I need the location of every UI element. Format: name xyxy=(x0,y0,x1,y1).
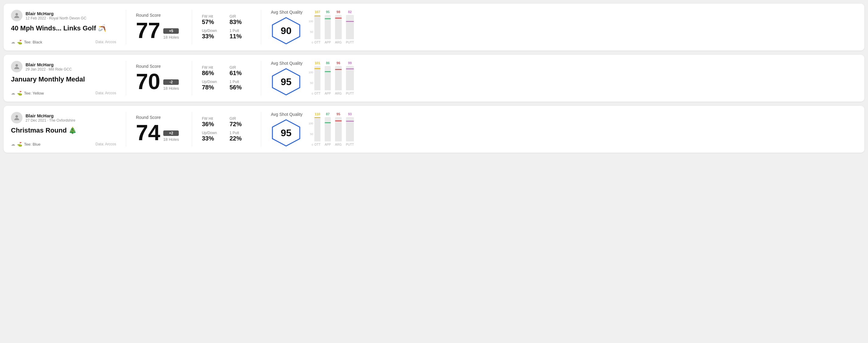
bar-fill xyxy=(335,69,342,90)
svg-point-2 xyxy=(16,64,18,67)
user-meta: 12 Feb 2022 · Royal North Devon GC xyxy=(26,16,86,20)
score-number: 74 xyxy=(136,122,160,144)
user-info: Blair McHarg 27 Dec 2021 · The Oxfordshi… xyxy=(26,113,75,123)
bar-fill xyxy=(335,120,342,142)
round-title: 40 Mph Winds... Links Golf 🪃 xyxy=(11,24,116,32)
stat-gir-label: GIR xyxy=(229,14,251,19)
user-meta: 27 Dec 2021 · The Oxfordshire xyxy=(26,118,75,123)
score-label: Round Score xyxy=(136,13,182,18)
score-badge-col: -2 18 Holes xyxy=(163,80,179,92)
score-row: 74 +2 18 Holes xyxy=(136,122,182,144)
y-axis: 100 50 0 xyxy=(309,20,314,44)
quality-label: Avg Shot Quality xyxy=(271,61,303,66)
score-diff-badge: -2 xyxy=(163,80,179,85)
stat-fw-hit: FW Hit 36% xyxy=(202,117,223,128)
stat-gir-value: 61% xyxy=(229,70,251,76)
card-footer: ☁ ⛳ Tee: Blue Data: Arccos xyxy=(11,142,116,147)
bar-wrapper xyxy=(346,15,354,39)
stat-updown: Up/Down 33% xyxy=(202,29,223,40)
bar-wrapper xyxy=(325,117,331,142)
user-name: Blair McHarg xyxy=(26,113,75,118)
bar-chart: 100 50 0 101 OTT 86 xyxy=(309,61,384,95)
tee-info: ☁ ⛳ Tee: Yellow xyxy=(11,91,44,95)
score-diff-badge: +2 xyxy=(163,130,179,136)
hexagon-container: 90 xyxy=(271,17,301,44)
bar-column-ott: 110 OTT xyxy=(314,112,320,146)
quality-section: Avg Shot Quality 95 100 50 0 110 xyxy=(264,112,391,147)
stat-fw-hit: FW Hit 86% xyxy=(202,65,223,76)
divider-2 xyxy=(192,61,192,95)
divider-2 xyxy=(192,10,192,44)
bar-line xyxy=(314,117,320,118)
divider-3 xyxy=(261,61,261,95)
stat-updown-value: 33% xyxy=(202,33,223,40)
bar-fill xyxy=(346,21,354,39)
divider-2 xyxy=(192,112,192,147)
bar-wrapper xyxy=(325,15,331,39)
tee-label: Tee: Blue xyxy=(24,142,40,147)
bar-line xyxy=(325,122,331,123)
score-section: Round Score 70 -2 18 Holes xyxy=(129,61,189,95)
quality-left: Avg Shot Quality 90 xyxy=(271,10,303,44)
bar-fill xyxy=(335,18,342,39)
bar-value-label: 82 xyxy=(348,10,352,14)
bar-line xyxy=(314,15,320,17)
user-icon xyxy=(13,12,20,19)
y-axis: 100 50 0 xyxy=(309,122,314,146)
quality-section: Avg Shot Quality 90 100 50 0 107 xyxy=(264,10,391,44)
bar-line xyxy=(325,71,331,72)
score-label: Round Score xyxy=(136,64,182,69)
bar-x-label: APP xyxy=(325,92,331,95)
bars-group: 107 OTT 95 APP 98 xyxy=(314,10,354,44)
bar-line xyxy=(346,68,354,69)
stat-gir-value: 83% xyxy=(229,19,251,26)
tee-label: Tee: Black xyxy=(24,40,42,44)
bar-fill xyxy=(346,121,354,142)
hexagon-score: 90 xyxy=(281,25,291,36)
bar-line xyxy=(346,121,354,122)
stat-gir-label: GIR xyxy=(229,117,251,121)
score-diff-badge: +5 xyxy=(163,28,179,34)
bar-wrapper xyxy=(346,117,354,142)
bar-value-label: 101 xyxy=(315,61,320,65)
hexagon-container: 95 xyxy=(271,68,301,95)
bar-wrapper xyxy=(314,117,320,142)
weather-icon: ☁ xyxy=(11,39,15,44)
divider-3 xyxy=(261,10,261,44)
stat-fw-hit-value: 36% xyxy=(202,121,223,128)
bar-value-label: 96 xyxy=(337,61,340,65)
stat-fw-hit: FW Hit 57% xyxy=(202,14,223,26)
bar-value-label: 93 xyxy=(348,112,352,116)
bar-fill xyxy=(314,117,320,142)
data-source: Data: Arccos xyxy=(95,142,116,146)
bar-value-label: 95 xyxy=(337,112,340,116)
stat-updown: Up/Down 78% xyxy=(202,80,223,91)
bar-column-arg: 98 ARG xyxy=(335,10,342,44)
bar-x-label: APP xyxy=(325,41,331,44)
holes-text: 18 Holes xyxy=(163,137,179,142)
bar-x-label: PUTT xyxy=(346,143,354,146)
y-axis: 100 50 0 xyxy=(309,71,314,95)
stats-section: FW Hit 86% GIR 61% Up/Down 78% 1 Putt 56… xyxy=(194,61,258,95)
bar-wrapper xyxy=(335,15,342,39)
bar-column-ott: 101 OTT xyxy=(314,61,320,95)
bar-value-label: 110 xyxy=(315,112,320,116)
user-meta: 29 Jan 2022 · Mill Ride GCC xyxy=(26,67,72,71)
golf-bag-icon: ⛳ xyxy=(17,91,22,95)
holes-text: 18 Holes xyxy=(163,86,179,91)
hexagon-score: 95 xyxy=(281,127,291,139)
bar-wrapper xyxy=(325,66,331,90)
bar-line xyxy=(346,21,354,22)
bar-line xyxy=(335,120,342,121)
stat-updown-label: Up/Down xyxy=(202,131,223,135)
bars-group: 110 OTT 87 APP 95 xyxy=(314,112,354,146)
bar-x-label: OTT xyxy=(314,143,320,146)
data-source: Data: Arccos xyxy=(95,91,116,95)
hexagon-score: 95 xyxy=(281,76,291,88)
bar-column-putt: 99 PUTT xyxy=(346,61,354,95)
stats-section: FW Hit 57% GIR 83% Up/Down 33% 1 Putt 11… xyxy=(194,10,258,44)
round-card: Blair McHarg 12 Feb 2022 · Royal North D… xyxy=(4,4,864,51)
bar-wrapper xyxy=(346,66,354,90)
bar-fill xyxy=(314,68,320,90)
score-badge-col: +2 18 Holes xyxy=(163,130,179,144)
